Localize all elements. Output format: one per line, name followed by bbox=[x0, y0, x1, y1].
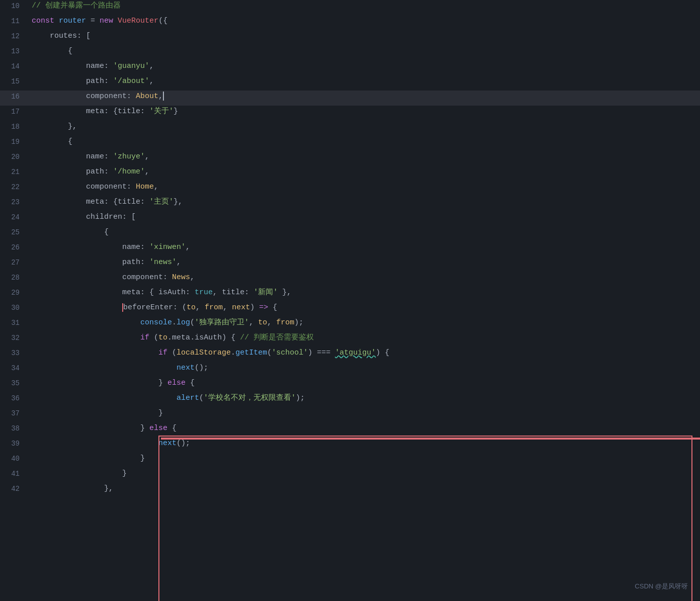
code-line-26: 26 name: 'xinwen', bbox=[0, 241, 700, 256]
code-line-24: 24 children: [ bbox=[0, 211, 700, 226]
code-line-12: 12 routes: [ bbox=[0, 30, 700, 45]
line-content-20: name: 'zhuye', bbox=[28, 151, 700, 163]
line-num-42: 42 bbox=[0, 483, 28, 494]
line-content-26: name: 'xinwen', bbox=[28, 241, 700, 253]
code-line-21: 21 path: '/home', bbox=[0, 166, 700, 181]
line-num-25: 25 bbox=[0, 226, 28, 238]
line-num-26: 26 bbox=[0, 241, 28, 253]
line-content-41: } bbox=[28, 468, 700, 480]
line-num-13: 13 bbox=[0, 45, 28, 57]
code-line-27: 27 path: 'news', bbox=[0, 256, 700, 272]
line-num-27: 27 bbox=[0, 256, 28, 268]
line-num-19: 19 bbox=[0, 136, 28, 147]
line-content-42: }, bbox=[28, 483, 700, 495]
code-line-23: 23 meta: {title: '主页'}, bbox=[0, 196, 700, 211]
code-line-30: 30 beforeEnter: (to, from, next) => { bbox=[0, 302, 700, 317]
line-num-21: 21 bbox=[0, 166, 28, 178]
code-line-36: 36 alert('学校名不对，无权限查看'); bbox=[0, 392, 700, 407]
line-num-18: 18 bbox=[0, 121, 28, 132]
line-num-30: 30 bbox=[0, 302, 28, 313]
line-num-15: 15 bbox=[0, 75, 28, 87]
line-num-22: 22 bbox=[0, 181, 28, 193]
line-content-38: } else { bbox=[28, 422, 700, 435]
code-line-42: 42 }, bbox=[0, 483, 700, 498]
code-line-14: 14 name: 'guanyu', bbox=[0, 60, 700, 75]
line-content-18: }, bbox=[28, 121, 700, 133]
line-content-37: } bbox=[28, 407, 700, 419]
line-content-40: } bbox=[28, 453, 700, 465]
line-num-31: 31 bbox=[0, 317, 28, 328]
line-content-33: if (localStorage.getItem('school') === '… bbox=[28, 347, 700, 359]
line-content-24: children: [ bbox=[28, 211, 700, 223]
code-line-29: 29 meta: { isAuth: true, title: '新闻' }, bbox=[0, 287, 700, 302]
line-content-16: component: About, bbox=[28, 91, 700, 103]
line-num-24: 24 bbox=[0, 211, 28, 223]
line-content-22: component: Home, bbox=[28, 181, 700, 193]
line-content-21: path: '/home', bbox=[28, 166, 700, 178]
code-line-38: 38 } else { bbox=[0, 422, 700, 438]
line-content-35: } else { bbox=[28, 377, 700, 389]
code-line-28: 28 component: News, bbox=[0, 272, 700, 287]
line-content-19: { bbox=[28, 136, 700, 148]
code-line-15: 15 path: '/about', bbox=[0, 75, 700, 91]
code-line-13: 13 { bbox=[0, 45, 700, 60]
line-content-30: beforeEnter: (to, from, next) => { bbox=[28, 302, 700, 314]
line-num-41: 41 bbox=[0, 468, 28, 479]
line-content-29: meta: { isAuth: true, title: '新闻' }, bbox=[28, 287, 700, 299]
line-num-37: 37 bbox=[0, 407, 28, 419]
line-num-23: 23 bbox=[0, 196, 28, 208]
line-num-10: 10 bbox=[0, 0, 28, 12]
line-content-36: alert('学校名不对，无权限查看'); bbox=[28, 392, 700, 404]
code-editor: 10 // 创建并暴露一个路由器 11 const router = new V… bbox=[0, 0, 700, 601]
line-num-32: 32 bbox=[0, 332, 28, 344]
line-num-35: 35 bbox=[0, 377, 28, 389]
code-line-18: 18 }, bbox=[0, 121, 700, 136]
code-line-32: 32 if (to.meta.isAuth) { // 判断是否需要鉴权 bbox=[0, 332, 700, 347]
line-content-32: if (to.meta.isAuth) { // 判断是否需要鉴权 bbox=[28, 332, 700, 344]
line-num-28: 28 bbox=[0, 272, 28, 283]
line-num-34: 34 bbox=[0, 362, 28, 374]
line-num-16: 16 bbox=[0, 91, 28, 102]
line-content-28: component: News, bbox=[28, 272, 700, 284]
line-content-31: console.log('独享路由守卫', to, from); bbox=[28, 317, 700, 329]
line-content-25: { bbox=[28, 226, 700, 238]
line-content-11: const router = new VueRouter({ bbox=[28, 15, 700, 27]
code-line-19: 19 { bbox=[0, 136, 700, 151]
line-content-13: { bbox=[28, 45, 700, 57]
line-content-12: routes: [ bbox=[28, 30, 700, 42]
line-content-15: path: '/about', bbox=[28, 75, 700, 88]
line-num-33: 33 bbox=[0, 347, 28, 359]
line-content-23: meta: {title: '主页'}, bbox=[28, 196, 700, 208]
code-line-10: 10 // 创建并暴露一个路由器 bbox=[0, 0, 700, 15]
line-num-14: 14 bbox=[0, 60, 28, 72]
code-line-37: 37 } bbox=[0, 407, 700, 422]
line-num-17: 17 bbox=[0, 106, 28, 117]
code-line-25: 25 { bbox=[0, 226, 700, 241]
code-line-16: 16 component: About, bbox=[0, 91, 700, 106]
watermark: CSDN @是风呀呀 bbox=[635, 581, 688, 592]
line-num-39: 39 bbox=[0, 438, 28, 449]
code-line-33: 33 if (localStorage.getItem('school') ==… bbox=[0, 347, 700, 362]
code-line-41: 41 } bbox=[0, 468, 700, 483]
line-content-34: next(); bbox=[28, 362, 700, 374]
code-line-35: 35 } else { bbox=[0, 377, 700, 392]
line-num-12: 12 bbox=[0, 30, 28, 42]
line-num-29: 29 bbox=[0, 287, 28, 298]
code-line-40: 40 } bbox=[0, 453, 700, 468]
code-line-22: 22 component: Home, bbox=[0, 181, 700, 196]
line-content-39: next(); bbox=[28, 438, 700, 450]
line-num-36: 36 bbox=[0, 392, 28, 404]
code-line-17: 17 meta: {title: '关于'} bbox=[0, 106, 700, 121]
code-line-11: 11 const router = new VueRouter({ bbox=[0, 15, 700, 30]
line-content-14: name: 'guanyu', bbox=[28, 60, 700, 72]
line-num-11: 11 bbox=[0, 15, 28, 27]
line-num-20: 20 bbox=[0, 151, 28, 162]
line-content-27: path: 'news', bbox=[28, 256, 700, 269]
code-line-20: 20 name: 'zhuye', bbox=[0, 151, 700, 166]
line-num-38: 38 bbox=[0, 422, 28, 434]
code-line-31: 31 console.log('独享路由守卫', to, from); bbox=[0, 317, 700, 332]
line-num-40: 40 bbox=[0, 453, 28, 464]
code-line-34: 34 next(); bbox=[0, 362, 700, 377]
code-line-39: 39 next(); bbox=[0, 438, 700, 453]
line-content-17: meta: {title: '关于'} bbox=[28, 106, 700, 118]
